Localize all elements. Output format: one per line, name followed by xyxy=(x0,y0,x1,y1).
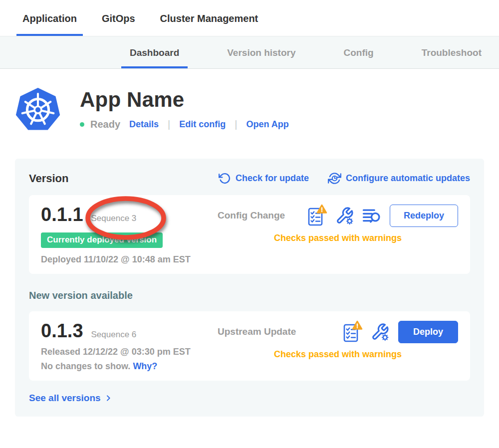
divider: | xyxy=(165,119,173,130)
configure-automatic-updates-button[interactable]: Configure automatic updates xyxy=(328,172,470,185)
available-version-sequence: Sequence 6 xyxy=(91,330,137,340)
app-header: App Name Ready Details | Edit config | O… xyxy=(15,86,499,136)
divider: | xyxy=(232,119,240,130)
config-wrench-icon[interactable] xyxy=(371,323,389,341)
current-version-card: 0.1.1 Sequence 3 Currently deployed vers… xyxy=(29,195,470,274)
kubernetes-logo-icon xyxy=(15,86,61,136)
why-link[interactable]: Why? xyxy=(133,361,157,371)
deployed-timestamp: Deployed 11/10/22 @ 10:48 am EST xyxy=(41,254,206,265)
preflight-checks-icon[interactable] xyxy=(307,204,327,227)
tab-gitops[interactable]: GitOps xyxy=(96,0,141,36)
current-version-number: 0.1.1 xyxy=(41,204,83,225)
view-diff-icon[interactable] xyxy=(362,207,381,224)
edit-config-link[interactable]: Edit config xyxy=(179,119,226,130)
app-sub-nav: Dashboard Version history Config Trouble… xyxy=(0,36,499,69)
currently-deployed-badge: Currently deployed version xyxy=(41,232,163,248)
open-app-link[interactable]: Open App xyxy=(246,119,288,130)
preflight-result-text: Checks passed with warnings xyxy=(218,349,458,360)
config-wrench-icon[interactable] xyxy=(335,207,354,225)
tab-dashboard[interactable]: Dashboard xyxy=(121,37,188,68)
available-version-number: 0.1.3 xyxy=(41,320,83,342)
version-panel: Version Check for update Configure xyxy=(15,159,484,417)
deploy-button[interactable]: Deploy xyxy=(398,321,458,343)
preflight-checks-icon[interactable] xyxy=(343,320,363,343)
preflight-result-text: Checks passed with warnings xyxy=(218,233,458,243)
ready-status-dot xyxy=(80,122,84,127)
status-text: Ready xyxy=(90,119,120,130)
configure-automatic-updates-label: Configure automatic updates xyxy=(346,173,470,184)
page-title: App Name xyxy=(80,88,289,112)
no-changes-text: No changes to show. xyxy=(41,361,130,371)
changes-summary: No changes to show. Why? xyxy=(41,361,206,372)
see-all-versions-label: See all versions xyxy=(29,393,101,404)
released-timestamp: Released 12/12/22 @ 03:30 pm EST xyxy=(41,347,206,357)
tab-version-history[interactable]: Version history xyxy=(219,37,304,68)
auto-update-icon xyxy=(328,172,341,185)
current-version-sequence: Sequence 3 xyxy=(91,214,137,224)
chevron-right-icon xyxy=(104,394,112,403)
tab-troubleshoot[interactable]: Troubleshoot xyxy=(413,37,490,68)
check-for-update-button[interactable]: Check for update xyxy=(219,172,309,185)
version-source-label: Config Change xyxy=(218,210,285,221)
refresh-icon xyxy=(219,172,231,185)
version-panel-title: Version xyxy=(29,172,68,185)
redeploy-button[interactable]: Redeploy xyxy=(390,205,458,227)
tab-config[interactable]: Config xyxy=(335,37,382,68)
tab-cluster-management[interactable]: Cluster Management xyxy=(154,0,264,36)
version-source-label: Upstream Update xyxy=(218,326,296,337)
tab-application[interactable]: Application xyxy=(16,0,83,36)
new-version-heading: New version available xyxy=(29,290,470,301)
see-all-versions-link[interactable]: See all versions xyxy=(29,393,112,404)
details-link[interactable]: Details xyxy=(129,119,159,130)
check-for-update-label: Check for update xyxy=(236,173,309,184)
primary-nav: Application GitOps Cluster Management xyxy=(0,0,499,36)
available-version-card: 0.1.3 Sequence 6 Released 12/12/22 @ 03:… xyxy=(29,311,470,381)
